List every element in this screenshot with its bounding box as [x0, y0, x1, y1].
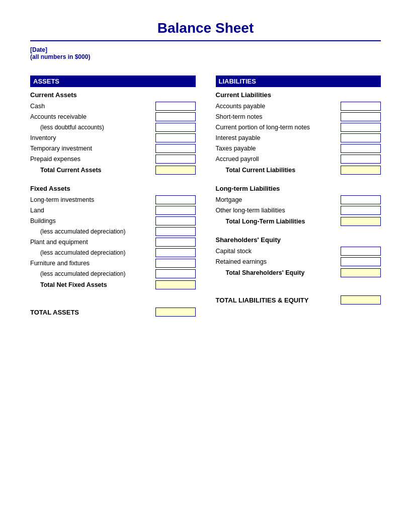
list-item: Buildings: [30, 216, 196, 225]
list-item: Current portion of long-term notes: [216, 123, 381, 132]
total-lt-liab-input[interactable]: [341, 217, 381, 226]
list-item: Inventory: [30, 133, 196, 142]
furniture-depreciation-input[interactable]: [155, 269, 196, 278]
list-item: Accounts payable: [216, 102, 381, 111]
total-liab-equity-input[interactable]: [341, 295, 381, 305]
cash-input[interactable]: [155, 102, 196, 111]
liabilities-column: LIABILITIES Current Liabilities Accounts…: [216, 75, 381, 317]
land-input[interactable]: [155, 206, 196, 215]
list-item: (less doubtful accounts): [30, 123, 196, 132]
total-equity-row: Total Shareholders' Equity: [216, 268, 381, 277]
prepaid-input[interactable]: [155, 155, 196, 164]
longterm-liabilities-title: Long-term Liabilities: [216, 185, 381, 192]
current-lt-notes-input[interactable]: [341, 123, 381, 132]
assets-header: ASSETS: [30, 75, 196, 87]
list-item: Long-term investments: [30, 195, 196, 204]
list-item: Land: [30, 206, 196, 215]
total-fixed-assets-input[interactable]: [155, 280, 196, 289]
total-equity-input[interactable]: [341, 268, 381, 277]
capital-stock-input[interactable]: [341, 247, 381, 256]
accounts-payable-input[interactable]: [341, 102, 381, 111]
list-item: (less accumulated depreciation): [30, 248, 196, 257]
temp-investment-input[interactable]: [155, 144, 196, 153]
list-item: Furniture and fixtures: [30, 259, 196, 268]
list-item: Other long-term liabilities: [216, 206, 381, 215]
less-doubtful-input[interactable]: [155, 123, 196, 132]
total-current-liab-input[interactable]: [341, 166, 381, 175]
short-term-notes-input[interactable]: [341, 112, 381, 121]
total-assets-row: TOTAL ASSETS: [30, 305, 196, 317]
assets-column: ASSETS Current Assets Cash Accounts rece…: [30, 75, 196, 317]
list-item: Prepaid expenses: [30, 155, 196, 164]
list-item: Temporary investment: [30, 144, 196, 153]
list-item: (less accumulated depreciation): [30, 269, 196, 278]
inventory-input[interactable]: [155, 133, 196, 142]
current-liabilities-title: Current Liabilities: [216, 91, 381, 99]
list-item: Retained earnings: [216, 257, 381, 266]
buildings-input[interactable]: [155, 216, 196, 225]
total-current-assets-input[interactable]: [155, 166, 196, 175]
total-fixed-assets-row: Total Net Fixed Assets: [30, 280, 196, 289]
longterm-invest-input[interactable]: [155, 195, 196, 204]
accrued-payroll-input[interactable]: [341, 155, 381, 164]
list-item: Plant and equipment: [30, 238, 196, 247]
total-lt-liabilities-row: Total Long-Term Liabilities: [216, 217, 381, 226]
total-assets-input[interactable]: [155, 308, 196, 317]
retained-earnings-input[interactable]: [341, 257, 381, 266]
current-assets-title: Current Assets: [30, 91, 196, 99]
total-liabilities-equity-row: TOTAL LIABILITIES & EQUITY: [216, 292, 381, 305]
list-item: Cash: [30, 102, 196, 111]
list-item: Mortgage: [216, 195, 381, 204]
page-title: Balance Sheet: [30, 20, 381, 36]
list-item: Accounts receivable: [30, 112, 196, 121]
plant-input[interactable]: [155, 238, 196, 247]
plant-depreciation-input[interactable]: [155, 248, 196, 257]
liabilities-header: LIABILITIES: [216, 75, 381, 87]
list-item: Taxes payable: [216, 144, 381, 153]
interest-payable-input[interactable]: [341, 133, 381, 142]
equity-title: Shareholders' Equity: [216, 236, 381, 244]
taxes-payable-input[interactable]: [341, 144, 381, 153]
accounts-receivable-input[interactable]: [155, 112, 196, 121]
list-item: Accrued payroll: [216, 155, 381, 164]
total-current-liabilities-row: Total Current Liabilities: [216, 166, 381, 175]
other-lt-liab-input[interactable]: [341, 206, 381, 215]
subtitle: [Date] (all numbers in $000): [30, 46, 381, 60]
mortgage-input[interactable]: [341, 195, 381, 204]
list-item: Interest payable: [216, 133, 381, 142]
fixed-assets-title: Fixed Assets: [30, 185, 196, 192]
list-item: Capital stock: [216, 247, 381, 256]
list-item: (less accumulated depreciation): [30, 227, 196, 236]
list-item: Short-term notes: [216, 112, 381, 121]
total-current-assets-row: Total Current Assets: [30, 166, 196, 175]
furniture-input[interactable]: [155, 259, 196, 268]
buildings-depreciation-input[interactable]: [155, 227, 196, 236]
